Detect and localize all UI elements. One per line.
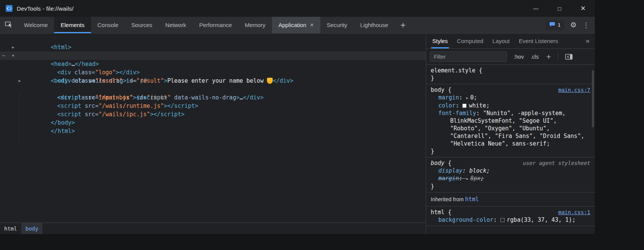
property-value: 8px: [470, 175, 481, 182]
stylesheet-link[interactable]: main.css:1: [558, 208, 590, 216]
tab-computed[interactable]: Computed: [452, 34, 488, 48]
new-style-rule-button[interactable]: +: [546, 53, 551, 61]
tab-label: Security: [327, 22, 347, 28]
hover-state-button[interactable]: :hov: [514, 54, 524, 60]
dom-tree-row[interactable]: </html>: [0, 119, 426, 127]
tab-performance[interactable]: Performance: [193, 17, 238, 33]
css-selector[interactable]: body: [431, 159, 444, 167]
css-property-font-family[interactable]: font-family: "Nunito", -apple-system, Bl…: [438, 109, 590, 147]
style-rule-body[interactable]: body { main.css:7 margin: ▶0; color: whi…: [426, 84, 595, 157]
property-name: background-color: [438, 216, 494, 223]
more-panels-button[interactable]: +: [395, 17, 411, 33]
semicolon: ;: [486, 102, 489, 109]
tab-label: Application: [278, 22, 306, 28]
inspect-element-button[interactable]: [0, 17, 18, 33]
crumb-label: html: [4, 226, 17, 232]
css-selector[interactable]: body: [431, 86, 444, 94]
tab-application[interactable]: Application ×: [272, 17, 320, 33]
property-name: color: [438, 102, 455, 109]
tab-security[interactable]: Security: [320, 17, 354, 33]
stylesheet-origin-note: user agent stylesheet: [523, 159, 590, 167]
styles-rules-list: element.style { } body { main.css:7 marg…: [426, 65, 595, 234]
expand-shorthand-icon[interactable]: ▶: [466, 94, 468, 102]
tab-label: Layout: [492, 38, 510, 44]
dom-tree-row[interactable]: ▶ <div class="input-box" id="input" data…: [0, 77, 426, 85]
tab-console[interactable]: Console: [91, 17, 125, 33]
tab-memory[interactable]: Memory: [238, 17, 272, 33]
kebab-menu-icon: ⋮: [583, 22, 590, 29]
toolbar-divider: [558, 53, 558, 61]
settings-button[interactable]: ⚙: [570, 21, 577, 29]
filter-input[interactable]: [430, 51, 507, 62]
tab-layout[interactable]: Layout: [488, 34, 514, 48]
devtools-tabbar: Welcome Elements Console Sources Network…: [0, 17, 595, 34]
color-swatch[interactable]: [500, 218, 505, 222]
scrollbar-thumb[interactable]: [592, 70, 594, 127]
css-property-color[interactable]: color: white;: [438, 102, 590, 109]
tab-label: Performance: [199, 22, 232, 28]
style-rule-html[interactable]: html { main.css:1 background-color: rgba…: [426, 207, 595, 226]
expand-shorthand-icon[interactable]: ▶: [466, 175, 468, 183]
tab-styles[interactable]: Styles: [428, 34, 452, 48]
tab-label: Computed: [457, 38, 483, 44]
minimize-button[interactable]: —: [524, 0, 548, 17]
tab-label: Console: [97, 22, 118, 28]
more-options-button[interactable]: ⋮: [583, 22, 590, 29]
tab-label: Network: [165, 22, 186, 28]
dom-tree-row[interactable]: ▶ <head>…</head>: [0, 43, 426, 51]
dom-tree: <html> ▶ <head>…</head> ⋯ ▼ <body data-w…: [0, 34, 426, 223]
close-button[interactable]: ×: [571, 0, 595, 17]
chevron-right-icon[interactable]: ▶: [10, 43, 16, 51]
more-tabs-icon[interactable]: »: [586, 37, 595, 45]
semicolon: ;: [572, 216, 575, 223]
tab-sources[interactable]: Sources: [125, 17, 159, 33]
css-property-margin-overridden[interactable]: margin: ▶8px;: [438, 175, 590, 183]
tab-lighthouse[interactable]: Lighthouse: [354, 17, 395, 33]
more-actions-icon[interactable]: ⋯: [2, 51, 5, 60]
colon: :: [476, 110, 483, 117]
close-tab-icon[interactable]: ×: [310, 22, 313, 28]
dom-tree-row[interactable]: <html>: [0, 35, 426, 43]
close-icon: ×: [581, 4, 586, 13]
dom-tree-row-selected[interactable]: ⋯ ▼ <body data-wails-drag> == $0: [0, 51, 426, 60]
colon: :: [459, 94, 466, 101]
open-brace: {: [475, 67, 482, 74]
css-property-margin[interactable]: margin: ▶0;: [438, 94, 590, 102]
maximize-button[interactable]: □: [548, 0, 571, 17]
stylesheet-link[interactable]: main.css:7: [558, 86, 590, 94]
minimize-icon: —: [533, 6, 539, 11]
titlebar: DevTools - file://wails/ — □ ×: [0, 0, 595, 17]
tab-label: Welcome: [24, 22, 48, 28]
html-node-link[interactable]: html: [465, 196, 479, 203]
color-swatch[interactable]: [462, 104, 467, 108]
breadcrumb-item-body[interactable]: body: [21, 223, 43, 234]
tab-welcome[interactable]: Welcome: [18, 17, 54, 33]
tab-network[interactable]: Network: [159, 17, 193, 33]
css-property-display[interactable]: display: block;: [438, 167, 590, 175]
dom-tree-row[interactable]: <div class="result" id="result">Please e…: [0, 68, 426, 77]
chevron-right-icon[interactable]: ▶: [16, 77, 23, 85]
tab-event-listeners[interactable]: Event Listeners: [514, 34, 563, 48]
property-name: margin: [438, 175, 459, 182]
tab-elements[interactable]: Elements: [54, 17, 91, 33]
dom-tree-row[interactable]: </body>: [0, 110, 426, 119]
computed-sidebar-toggle-icon[interactable]: [565, 54, 573, 60]
gear-icon: ⚙: [570, 21, 577, 29]
styles-toolbar: :hov .cls +: [426, 49, 595, 65]
property-value: 0: [470, 94, 474, 101]
style-rule-element-style[interactable]: element.style { }: [426, 65, 595, 84]
chevron-down-icon[interactable]: ▼: [10, 51, 16, 60]
css-selector[interactable]: html: [431, 208, 444, 216]
css-selector[interactable]: element.style: [431, 67, 475, 74]
dom-tree-row[interactable]: <script src="/main.js"></script>: [0, 85, 426, 93]
style-rule-body-user-agent[interactable]: body { user agent stylesheet display: bl…: [426, 157, 595, 192]
breadcrumb-item-html[interactable]: html: [0, 223, 21, 234]
dom-tree-row[interactable]: <div class="logo"></div>: [0, 60, 426, 68]
dom-tree-row[interactable]: <script src="/wails/runtime.js"></script…: [0, 93, 426, 102]
issues-button[interactable]: 1: [546, 20, 564, 30]
dom-tree-row[interactable]: <script src="/wails/ipc.js"></script>: [0, 102, 426, 110]
desktop: DevTools - file://wails/ — □ × Welcome E…: [0, 0, 644, 250]
class-toggle-button[interactable]: .cls: [531, 54, 539, 60]
semicolon: ;: [481, 175, 484, 182]
css-property-background-color[interactable]: background-color: rgba(33, 37, 43, 1);: [438, 216, 590, 224]
